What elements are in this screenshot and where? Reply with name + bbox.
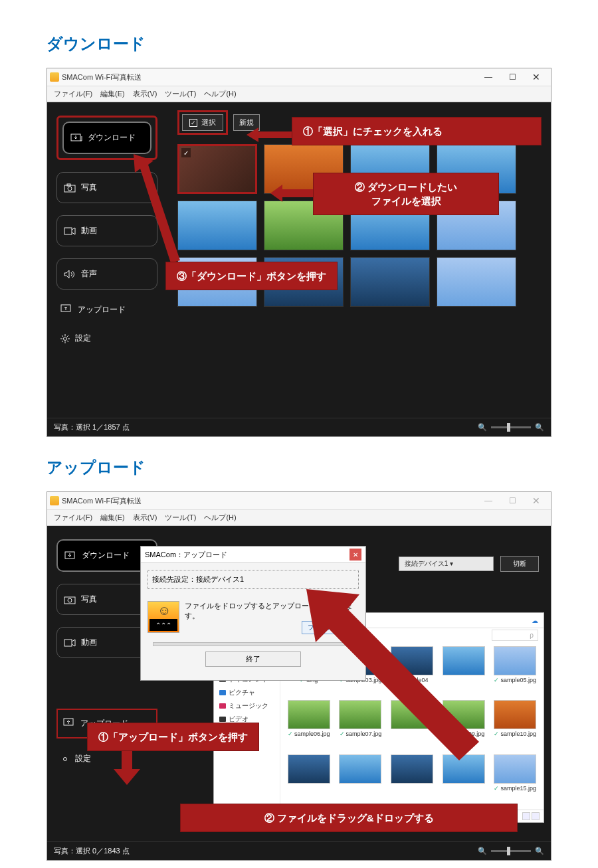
select-checkbox[interactable]: ✓ 選択: [182, 114, 223, 131]
svg-point-2: [68, 187, 72, 191]
svg-point-6: [64, 337, 67, 340]
thumbnail[interactable]: [177, 201, 257, 250]
app-icon: [50, 72, 59, 82]
menu-file[interactable]: ファイル(F): [50, 88, 96, 100]
svg-point-23: [64, 757, 67, 760]
svg-point-20: [68, 598, 72, 602]
thumbnail[interactable]: [437, 257, 516, 307]
app-window-upload: SMACom Wi-Fi写真転送 — ☐ ✕ ファイル(F) 編集(E) 表示(…: [47, 491, 551, 861]
select-label: 選択: [201, 118, 216, 128]
svg-marker-24: [114, 745, 140, 785]
callout-1: ①「選択」にチェックを入れる: [292, 117, 542, 145]
dialog-close-button[interactable]: ✕: [349, 549, 361, 561]
settings-label: 設定: [75, 333, 91, 344]
nav-music[interactable]: ミュージック: [218, 699, 276, 713]
gear-icon: [60, 334, 70, 343]
audio-label: 音声: [81, 268, 97, 280]
gear-icon: [60, 754, 70, 764]
section-upload-title: アップロード: [47, 457, 551, 478]
callout-3: ③「ダウンロード」ボタンを押す: [165, 262, 338, 290]
titlebar: SMACom Wi-Fi写真転送 — ☐ ✕: [47, 68, 551, 86]
menu-help[interactable]: ヘルプ(H): [200, 88, 240, 100]
upload-link-label: アップロード: [78, 304, 126, 315]
menu-file[interactable]: ファイル(F): [50, 511, 96, 524]
file-item[interactable]: ✓sample10.jpg: [490, 700, 540, 751]
connection-bar: 接続デバイス1 ▾ 切断: [399, 556, 539, 572]
window-title: SMACom Wi-Fi写真転送: [62, 496, 142, 506]
view-grid-icon[interactable]: [532, 812, 540, 820]
callout-upload-2: ② ファイルをドラッグ&ドロップする: [180, 804, 518, 832]
maximize-button[interactable]: ☐: [500, 493, 524, 508]
section-download-title: ダウンロード: [47, 33, 551, 54]
file-item[interactable]: ✓sample15.jpg: [490, 754, 540, 806]
menubar: ファイル(F) 編集(E) 表示(V) ツール(T) ヘルプ(H): [47, 510, 551, 526]
download-label: ダウンロード: [82, 550, 130, 561]
select-checkbox-highlight: ✓ 選択: [177, 110, 228, 135]
zoom-control[interactable]: 🔍 🔍: [478, 847, 544, 855]
download-highlight: ダウンロード: [56, 116, 157, 160]
settings-link[interactable]: 設定: [56, 330, 157, 347]
close-button[interactable]: ✕: [524, 70, 548, 84]
svg-line-12: [67, 341, 68, 342]
device-select[interactable]: 接続デバイス1 ▾: [399, 557, 494, 571]
statusbar: 写真：選択 1／1857 点 🔍 🔍: [47, 418, 551, 436]
minimize-button[interactable]: —: [476, 70, 500, 84]
menubar: ファイル(F) 編集(E) 表示(V) ツール(T) ヘルプ(H): [47, 86, 551, 102]
status-text: 写真：選択 1／1857 点: [54, 422, 130, 432]
svg-marker-25: [306, 589, 479, 760]
video-icon: [64, 226, 76, 236]
main-area: ✓ 選択 新規 ✓: [167, 102, 551, 418]
photo-label: 写真: [81, 182, 97, 193]
download-label: ダウンロード: [88, 132, 136, 143]
minimize-button[interactable]: —: [476, 493, 500, 508]
app-logo-icon: ⌃⌃⌃: [148, 601, 179, 633]
titlebar: SMACom Wi-Fi写真転送 — ☐ ✕: [47, 492, 551, 510]
zoom-out-icon[interactable]: 🔍: [478, 423, 487, 432]
end-button[interactable]: 終了: [205, 651, 301, 667]
explorer-search[interactable]: ρ: [492, 630, 538, 641]
menu-view[interactable]: 表示(V): [129, 511, 161, 524]
zoom-in-icon[interactable]: 🔍: [535, 423, 544, 432]
menu-tools[interactable]: ツール(T): [161, 88, 200, 100]
speaker-icon: [64, 270, 76, 279]
thumbnail-selected[interactable]: ✓: [177, 144, 257, 194]
checkbox-icon: ✓: [189, 119, 197, 127]
connection-label: 接続先設定：接続デバイス1: [148, 570, 359, 589]
settings-link[interactable]: 設定: [56, 750, 157, 767]
menu-tools[interactable]: ツール(T): [161, 511, 200, 524]
close-button[interactable]: ✕: [524, 493, 548, 508]
thumbnail[interactable]: [350, 257, 430, 307]
callout-upload-1: ①「アップロード」ボタンを押す: [87, 723, 259, 751]
svg-rect-21: [64, 640, 72, 646]
zoom-in-icon[interactable]: 🔍: [535, 847, 544, 855]
download-icon: [64, 551, 76, 561]
video-icon: [64, 638, 76, 648]
download-button[interactable]: ダウンロード: [62, 122, 151, 154]
upload-icon: [60, 304, 72, 315]
upload-link[interactable]: アップロード: [56, 302, 157, 318]
svg-rect-4: [64, 228, 72, 234]
menu-edit[interactable]: 編集(E): [96, 511, 129, 524]
file-item[interactable]: ✓sample05.jpg: [490, 646, 540, 697]
dialog-title-text: SMACom：アップロード: [145, 550, 227, 560]
maximize-button[interactable]: ☐: [500, 70, 524, 84]
menu-view[interactable]: 表示(V): [129, 88, 161, 100]
cloud-icon[interactable]: ☁: [532, 617, 538, 624]
nav-pictures[interactable]: ピクチャ: [218, 686, 276, 699]
callout-2: ② ダウンロードしたいファイルを選択: [313, 173, 499, 215]
app-icon: [50, 496, 59, 505]
svg-line-13: [67, 335, 68, 337]
download-icon: [70, 133, 82, 143]
menu-edit[interactable]: 編集(E): [96, 88, 129, 100]
menu-help[interactable]: ヘルプ(H): [200, 511, 240, 524]
video-label: 動画: [81, 225, 97, 236]
svg-marker-17: [134, 154, 180, 263]
zoom-out-icon[interactable]: 🔍: [478, 847, 487, 855]
window-title: SMACom Wi-Fi写真転送: [62, 72, 142, 82]
disconnect-button[interactable]: 切断: [500, 556, 539, 572]
svg-line-14: [62, 341, 63, 342]
zoom-control[interactable]: 🔍 🔍: [478, 423, 544, 432]
settings-label: 設定: [75, 753, 91, 764]
svg-line-11: [62, 335, 63, 337]
view-list-icon[interactable]: [522, 812, 530, 820]
